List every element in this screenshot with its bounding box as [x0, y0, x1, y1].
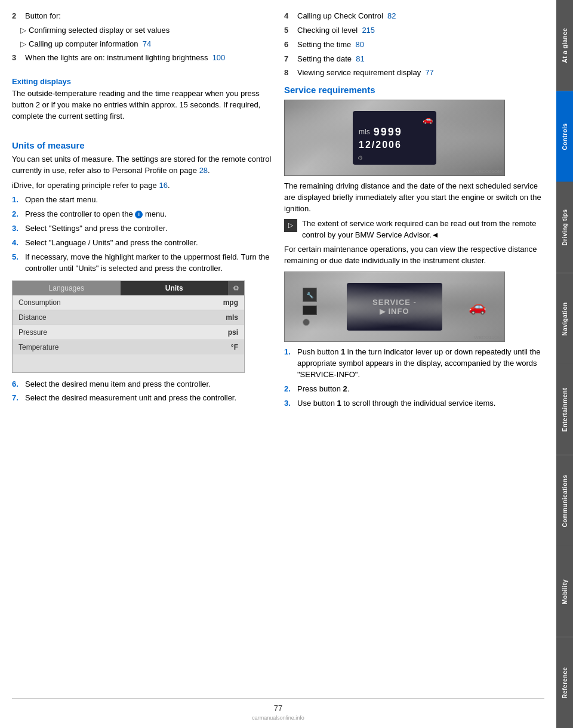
right-step-3-num: 3. — [284, 398, 297, 409]
cluster-display-image: mls 9999 12/2006 🚗 ⚙ WBCO01OM — [284, 100, 505, 176]
car-icon: 🚗 — [423, 115, 433, 124]
oil-level-link[interactable]: 215 — [362, 26, 375, 35]
step-5-num: 5. — [12, 252, 25, 274]
service-req-link[interactable]: 77 — [425, 68, 433, 77]
table-bottom-space — [13, 354, 244, 372]
cluster-label: mls — [359, 128, 370, 136]
bullet-2-link[interactable]: 74 — [143, 39, 151, 48]
step-2: 2. Press the controller to open the i me… — [12, 209, 272, 220]
right-item-4: 4 Calling up Check Control 82 — [284, 11, 544, 22]
note-text: The extent of service work required can … — [302, 218, 544, 241]
step-1-num: 1. — [12, 195, 25, 206]
bullet-1-text: Confirming selected display or set value… — [29, 25, 170, 36]
step-3: 3. Select "Settings" and press the contr… — [12, 223, 272, 235]
consumption-value: mpg — [223, 298, 238, 307]
cluster-gear-icon: ⚙ — [358, 155, 363, 161]
service-body-1: The remaining driving distance and the d… — [284, 181, 544, 215]
service-icon-circle — [303, 319, 310, 326]
note-box: ▷ The extent of service work required ca… — [284, 218, 544, 241]
watermark-2: WBCO11OM — [474, 335, 502, 340]
right-step-2: 2. Press button 2. — [284, 384, 544, 395]
tab-units[interactable]: Units — [121, 281, 229, 295]
item-3: 3 When the lights are on: instrument lig… — [12, 53, 272, 64]
set-date-link[interactable]: 81 — [356, 54, 364, 63]
bullet-2-text: Calling up computer information 74 — [29, 39, 151, 50]
right-item-4-text: Calling up Check Control 82 — [297, 11, 544, 22]
step-2-num: 2. — [12, 209, 25, 220]
sidebar-tab-at-a-glance[interactable]: At a glance — [556, 0, 573, 91]
temperature-value: °F — [231, 343, 238, 351]
item-3-link[interactable]: 100 — [212, 53, 226, 62]
consumption-label: Consumption — [19, 298, 223, 307]
step-3-num: 3. — [12, 223, 25, 235]
sidebar-tab-driving-tips[interactable]: Driving tips — [556, 182, 573, 273]
item-2: 2 Button for: — [12, 11, 272, 22]
page-footer: 77 — [12, 698, 544, 715]
sidebar-tab-controls[interactable]: Controls — [556, 91, 573, 183]
right-item-6: 6 Setting the time 80 — [284, 39, 544, 51]
step-4: 4. Select "Language / Units" and press t… — [12, 237, 272, 249]
units-row-distance: Distance mls — [13, 310, 244, 325]
carmanualsonline-watermark: carmanualsonline.info — [12, 715, 544, 722]
sidebar-tab-mobility[interactable]: Mobility — [556, 546, 573, 637]
car-icon-right: 🚗 — [469, 298, 486, 315]
right-step-2-text: Press button 2. — [297, 384, 544, 395]
right-item-5: 5 Checking oil level 215 — [284, 25, 544, 36]
personal-profile-link[interactable]: 28 — [199, 166, 208, 175]
sidebar: At a glance Controls Driving tips Naviga… — [556, 0, 573, 728]
pressure-value: psi — [228, 328, 238, 337]
right-item-7-text: Setting the date 81 — [297, 54, 544, 65]
right-item-4-num: 4 — [284, 11, 297, 22]
distance-label: Distance — [19, 313, 226, 322]
sidebar-tab-communications[interactable]: Communications — [556, 455, 573, 547]
bullet-2: ▷ Calling up computer information 74 — [20, 39, 272, 50]
right-column: 4 Calling up Check Control 82 5 Checking… — [284, 11, 544, 693]
cluster-value1: 9999 — [374, 126, 402, 138]
idrive-ref-link[interactable]: 16 — [159, 181, 167, 190]
step-3-text: Select "Settings" and press the controll… — [25, 223, 272, 235]
right-step-2-num: 2. — [284, 384, 297, 395]
temperature-label: Temperature — [19, 343, 231, 351]
service-body-2: For certain maintenance operations, you … — [284, 244, 544, 267]
distance-value: mls — [226, 313, 238, 322]
right-item-6-num: 6 — [284, 39, 297, 51]
units-table-header: Languages Units ⚙ — [13, 281, 244, 295]
item-3-text: When the lights are on: instrument light… — [25, 53, 272, 64]
sidebar-tab-navigation[interactable]: Navigation — [556, 273, 573, 365]
idrive-icon: i — [135, 211, 143, 218]
set-time-link[interactable]: 80 — [356, 40, 364, 49]
gear-icon[interactable]: ⚙ — [228, 281, 244, 295]
step-5-text: If necessary, move the highlight marker … — [25, 252, 272, 274]
watermark-1: WBCO01OM — [474, 169, 502, 174]
step-6-num: 6. — [12, 379, 25, 390]
units-of-measure-heading: Units of measure — [12, 140, 272, 150]
step-7-num: 7. — [12, 393, 25, 404]
left-column: 2 Button for: ▷ Confirming selected disp… — [12, 11, 272, 693]
step-1-text: Open the start menu. — [25, 195, 272, 206]
sidebar-tab-reference[interactable]: Reference — [556, 637, 573, 729]
exiting-displays-body: The outside-temperature reading and the … — [12, 88, 272, 122]
step-6: 6. Select the desired menu item and pres… — [12, 379, 272, 390]
sidebar-tab-entertainment[interactable]: Entertainment — [556, 364, 573, 455]
step-4-num: 4. — [12, 237, 25, 249]
units-row-pressure: Pressure psi — [13, 325, 244, 340]
right-step-1: 1. Push button 1 in the turn indicator l… — [284, 347, 544, 381]
service-display-image: 🔧 SERVICE - ▶ INFO 🚗 WBCO11OM — [284, 272, 505, 342]
right-item-8-text: Viewing service requirement display 77 — [297, 67, 544, 79]
step-1: 1. Open the start menu. — [12, 195, 272, 206]
item-2-label: Button for: — [25, 11, 272, 22]
right-step-1-text: Push button 1 in the turn indicator leve… — [297, 347, 544, 381]
bullet-1: ▷ Confirming selected display or set val… — [20, 25, 272, 36]
right-step-1-num: 1. — [284, 347, 297, 381]
right-item-7-num: 7 — [284, 54, 297, 65]
units-intro: You can set units of measure. The settin… — [12, 154, 272, 177]
cluster-value2: 12/2006 — [359, 140, 402, 150]
exiting-displays-heading: Exiting displays — [12, 77, 272, 86]
check-control-link[interactable]: 82 — [387, 11, 396, 20]
service-icon-wrench: 🔧 — [303, 288, 317, 302]
units-row-consumption: Consumption mpg — [13, 295, 244, 310]
tab-languages[interactable]: Languages — [13, 281, 121, 295]
right-item-6-text: Setting the time 80 — [297, 39, 544, 51]
step-7-text: Select the desired measurement unit and … — [25, 393, 272, 404]
step-7: 7. Select the desired measurement unit a… — [12, 393, 272, 404]
